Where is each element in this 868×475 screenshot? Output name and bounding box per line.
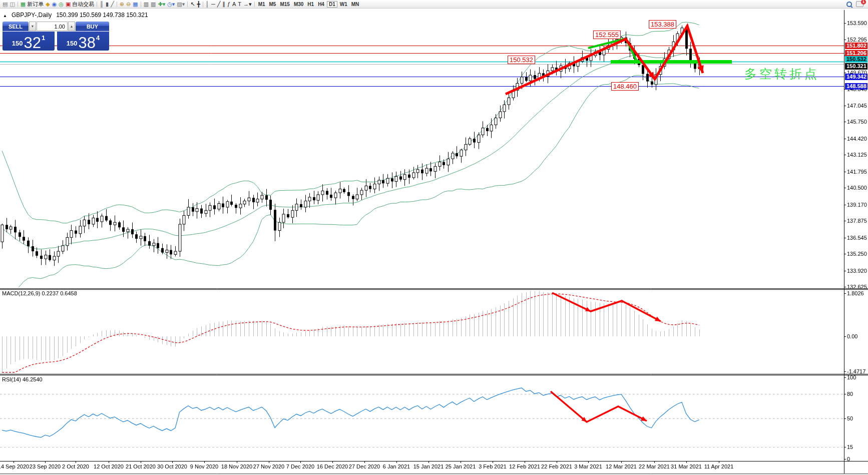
volume-input[interactable]: [37, 22, 68, 31]
add-indicator-button: ✚▾: [158, 2, 165, 7]
bar-chart-icon: ║: [100, 2, 104, 7]
autotrading-button: ▣: [66, 2, 71, 7]
vertical-line-icon[interactable]: │: [205, 1, 210, 8]
price-callout-148.460[interactable]: 148.460: [611, 82, 639, 91]
sell-button[interactable]: SELL: [3, 22, 29, 31]
chart-template-icon: ▨▾: [177, 2, 185, 7]
price-callout-153.388[interactable]: 153.388: [649, 20, 676, 29]
volume-increase-button[interactable]: ▲: [68, 22, 75, 31]
autotrading-button-label: 自动交易: [72, 1, 94, 8]
timeframe-button-h4[interactable]: H4: [316, 1, 326, 8]
funnel-icon[interactable]: ◆: [45, 1, 51, 8]
toolbar-separator: [117, 2, 117, 7]
indicator-window-icon: ▥: [144, 2, 149, 7]
cursor-icon[interactable]: ↖: [189, 1, 196, 8]
crosshair-icon[interactable]: ╋: [196, 1, 201, 8]
timeframe-button-h1[interactable]: H1: [306, 1, 315, 8]
notifications-icon[interactable]: 1: [856, 1, 863, 7]
user-icon: ◉: [52, 2, 57, 7]
sell-price-sup: 1: [42, 34, 45, 42]
add-indicator-button[interactable]: ✚▾: [157, 1, 166, 8]
trading-platform-window: ▤◫▦新订单◆◉◎▣自动交易║▮╱⊕⊖▦▥▥✚▾◷▾▨▾↖╋│─╱∥ƒAT→▾M…: [0, 0, 868, 475]
main-toolbar: ▤◫▦新订单◆◉◎▣自动交易║▮╱⊕⊖▦▥▥✚▾◷▾▨▾↖╋│─╱∥ƒAT→▾M…: [0, 0, 868, 9]
toolbar-separator: [187, 2, 188, 7]
tile-windows-icon[interactable]: ▦: [132, 1, 139, 8]
zoom-out-icon: ⊖: [126, 2, 131, 7]
price-callout-152.555[interactable]: 152.555: [593, 31, 621, 39]
sell-price-big: 32: [24, 36, 41, 50]
cursor-icon: ↖: [190, 2, 195, 7]
tile-windows-icon: ▦: [133, 2, 138, 7]
equidistant-channel-icon[interactable]: ∥: [221, 1, 226, 8]
indicator-list-icon: ▥: [151, 2, 156, 7]
text-label-icon[interactable]: T: [237, 1, 242, 8]
volume-decrease-button[interactable]: ▼: [29, 22, 36, 31]
timeframe-button-m30[interactable]: M30: [292, 1, 305, 8]
buy-price-big: 38: [78, 36, 95, 50]
line-chart-icon[interactable]: ╱: [110, 1, 115, 8]
text-icon: A: [232, 2, 236, 7]
arrows-icon[interactable]: →▾: [242, 1, 253, 8]
timeframe-button-m1[interactable]: M1: [257, 1, 267, 8]
timeframe-button-m15[interactable]: M15: [278, 1, 291, 8]
signals-icon: ◎: [59, 2, 64, 7]
notification-count-badge: 1: [861, 0, 866, 5]
price-callout-150.532[interactable]: 150.532: [508, 56, 535, 64]
user-icon[interactable]: ◉: [51, 1, 58, 8]
indicator-window-icon[interactable]: ▥: [143, 1, 150, 8]
toolbar-separator: [141, 2, 141, 7]
new-order-button-label: 新订单: [27, 1, 44, 8]
trendline-icon[interactable]: ╱: [216, 1, 222, 8]
buy-price-box[interactable]: 150 38 4: [57, 32, 109, 51]
period-clock-icon[interactable]: ◷▾: [166, 1, 176, 8]
toolbar-separator: [97, 2, 97, 7]
fibonacci-icon: ƒ: [227, 2, 230, 7]
sell-price-prefix: 150: [12, 40, 23, 47]
zoom-out-icon[interactable]: ⊖: [125, 1, 132, 8]
fibonacci-icon[interactable]: ƒ: [226, 1, 231, 8]
horizontal-line-icon: ─: [211, 2, 215, 7]
zoom-in-icon[interactable]: ⊕: [119, 1, 125, 8]
one-click-trade-panel: SELL ▼ ▲ BUY 150 32 1 150 38 4: [3, 22, 109, 51]
buy-price-prefix: 150: [67, 40, 78, 47]
text-label-icon: T: [238, 2, 241, 7]
buy-button[interactable]: BUY: [76, 22, 109, 31]
timeframe-button-mn[interactable]: MN: [350, 1, 361, 8]
window-profiles-icon: ◫: [10, 2, 15, 7]
toolbar-right-group: 1: [846, 1, 863, 7]
chart-ohlc-values: 150.399 150.569 149.738 150.321: [56, 12, 148, 19]
new-chart-icon[interactable]: ▤: [2, 1, 9, 8]
toolbar-separator: [18, 2, 18, 7]
sell-price-box[interactable]: 150 32 1: [3, 32, 55, 51]
line-chart-icon: ╱: [111, 2, 114, 7]
toolbar-separator: [254, 2, 255, 7]
period-clock-icon: ◷▾: [167, 2, 175, 7]
bar-chart-icon[interactable]: ║: [99, 1, 105, 8]
horizontal-line-icon[interactable]: ─: [210, 1, 216, 8]
zoom-in-icon: ⊕: [120, 2, 124, 7]
indicator-list-icon[interactable]: ▥: [150, 1, 157, 8]
equidistant-channel-icon: ∥: [222, 2, 225, 7]
chart-template-icon[interactable]: ▨▾: [176, 1, 186, 8]
new-chart-icon: ▤: [3, 2, 8, 7]
candlestick-icon[interactable]: ▮: [105, 1, 110, 8]
funnel-icon: ◆: [46, 2, 50, 7]
crosshair-icon: ╋: [197, 2, 200, 7]
timeframe-button-m5[interactable]: M5: [268, 1, 278, 8]
timeframe-button-d1[interactable]: D1: [327, 1, 337, 8]
timeframe-button-w1[interactable]: W1: [338, 1, 349, 8]
text-icon[interactable]: A: [231, 1, 237, 8]
chart-title: ▲ GBPJPY-,Daily 150.399 150.569 149.738 …: [3, 12, 148, 19]
search-icon[interactable]: [846, 2, 852, 7]
bull-bear-turning-point-note[interactable]: 多空转折点: [744, 66, 819, 82]
candlestick-icon: ▮: [106, 2, 109, 7]
toolbar-separator: [203, 2, 203, 7]
trendline-icon: ╱: [217, 2, 221, 7]
chart-canvas[interactable]: [0, 0, 868, 475]
new-order-button[interactable]: ▦新订单: [20, 1, 45, 8]
arrows-icon: →▾: [243, 2, 252, 7]
autotrading-button[interactable]: ▣自动交易: [65, 1, 95, 8]
window-profiles-icon[interactable]: ◫: [9, 1, 16, 8]
collapse-icon[interactable]: ▲: [3, 14, 7, 18]
signals-icon[interactable]: ◎: [58, 1, 65, 8]
